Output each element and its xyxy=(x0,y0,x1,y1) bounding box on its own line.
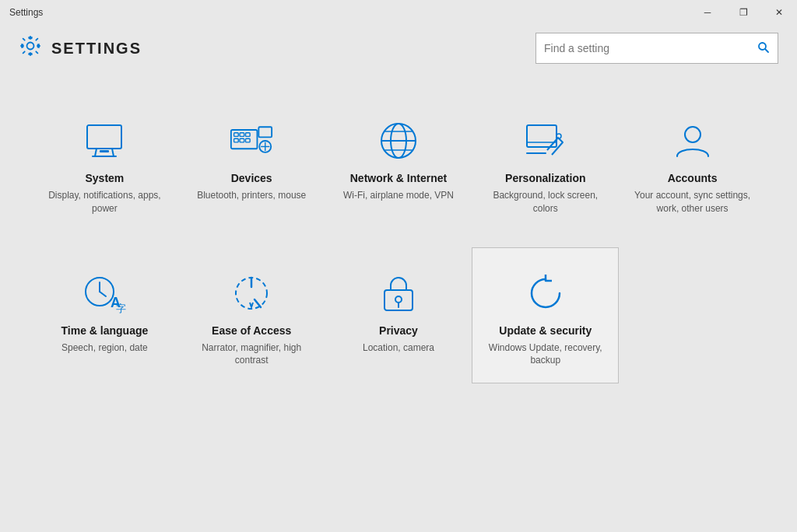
privacy-desc: Location, camera xyxy=(363,341,434,355)
update-icon xyxy=(525,271,566,315)
devices-name: Devices xyxy=(231,172,272,184)
accounts-name: Accounts xyxy=(668,172,718,184)
svg-rect-13 xyxy=(234,133,239,137)
setting-empty xyxy=(619,247,766,384)
update-desc: Windows Update, recovery, backup xyxy=(484,341,606,368)
svg-rect-18 xyxy=(246,138,251,142)
ease-name: Ease of Access xyxy=(212,324,291,337)
settings-grid-row1: System Display, notifications, apps, pow… xyxy=(31,95,766,232)
svg-line-2 xyxy=(765,49,768,52)
personalization-desc: Background, lock screen, colors xyxy=(484,189,606,215)
svg-rect-14 xyxy=(240,133,244,137)
svg-rect-16 xyxy=(234,138,239,142)
ease-icon xyxy=(231,271,272,315)
main-content: System Display, notifications, apps, pow… xyxy=(0,72,797,399)
setting-privacy[interactable]: Privacy Location, camera xyxy=(325,247,472,384)
svg-line-4 xyxy=(95,149,97,156)
privacy-name: Privacy xyxy=(379,324,418,337)
header-left: SETTINGS xyxy=(19,34,142,63)
time-icon: A 字 xyxy=(83,271,126,315)
titlebar-title: Settings xyxy=(9,7,43,18)
settings-grid-row2: A 字 Time & language Speech, region, date… xyxy=(31,247,766,384)
setting-ease[interactable]: Ease of Access Narrator, magnifier, high… xyxy=(178,247,325,384)
devices-desc: Bluetooth, printers, mouse xyxy=(197,189,306,202)
search-box[interactable] xyxy=(535,33,778,64)
privacy-icon xyxy=(381,271,416,315)
setting-network[interactable]: Network & Internet Wi-Fi, airplane mode,… xyxy=(325,95,472,232)
search-input[interactable] xyxy=(544,42,757,54)
accounts-desc: Your account, sync settings, work, other… xyxy=(631,189,753,215)
network-name: Network & Internet xyxy=(350,172,447,184)
svg-point-28 xyxy=(685,127,700,142)
svg-rect-7 xyxy=(100,150,109,152)
setting-personalization[interactable]: Personalization Background, lock screen,… xyxy=(472,95,619,232)
time-desc: Speech, region, date xyxy=(61,341,148,355)
accounts-icon xyxy=(672,119,713,163)
gear-icon xyxy=(19,34,42,63)
app-title: SETTINGS xyxy=(51,40,142,58)
setting-system[interactable]: System Display, notifications, apps, pow… xyxy=(31,95,178,232)
network-desc: Wi-Fi, airplane mode, VPN xyxy=(343,189,454,202)
header: SETTINGS xyxy=(0,25,797,72)
system-desc: Display, notifications, apps, power xyxy=(44,189,166,215)
devices-icon xyxy=(230,119,273,163)
system-name: System xyxy=(85,172,124,184)
search-icon xyxy=(757,41,770,56)
setting-accounts[interactable]: Accounts Your account, sync settings, wo… xyxy=(619,95,766,232)
svg-point-38 xyxy=(395,296,402,303)
personalization-name: Personalization xyxy=(505,172,585,184)
svg-rect-9 xyxy=(259,127,272,137)
svg-rect-15 xyxy=(246,133,251,137)
setting-update[interactable]: Update & security Windows Update, recove… xyxy=(472,247,619,384)
network-icon xyxy=(378,119,419,163)
titlebar-controls: ─ ❐ ✕ xyxy=(690,0,797,25)
svg-rect-17 xyxy=(240,138,244,142)
close-button[interactable]: ✕ xyxy=(761,0,797,25)
system-icon xyxy=(83,119,126,163)
svg-text:字: 字 xyxy=(116,303,126,313)
setting-devices[interactable]: Devices Bluetooth, printers, mouse xyxy=(178,95,325,232)
svg-line-36 xyxy=(255,299,261,307)
svg-line-31 xyxy=(100,292,106,296)
titlebar: Settings ─ ❐ ✕ xyxy=(0,0,797,25)
svg-line-5 xyxy=(112,149,114,156)
time-name: Time & language xyxy=(61,324,149,337)
update-name: Update & security xyxy=(499,324,592,337)
ease-desc: Narrator, magnifier, high contrast xyxy=(191,341,313,368)
svg-rect-3 xyxy=(87,125,121,149)
svg-point-0 xyxy=(27,42,34,49)
minimize-button[interactable]: ─ xyxy=(690,0,725,25)
restore-button[interactable]: ❐ xyxy=(725,0,761,25)
setting-time[interactable]: A 字 Time & language Speech, region, date xyxy=(31,247,178,384)
personalization-icon xyxy=(524,119,567,163)
